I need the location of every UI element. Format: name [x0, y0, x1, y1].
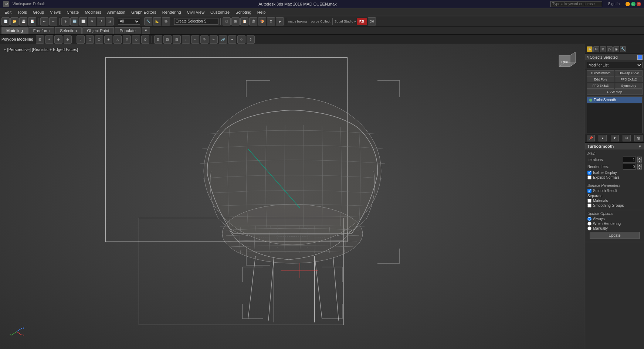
rp-modifier-btn[interactable]: ⚙ [593, 46, 599, 52]
symmetry-btn[interactable]: Symmetry [615, 83, 643, 89]
minimize-button[interactable]: − [626, 2, 630, 6]
undo-button[interactable]: ↩ [40, 17, 48, 25]
pin-stack-btn[interactable]: 📌 [587, 135, 595, 141]
open-button[interactable]: 📂 [10, 17, 18, 25]
schematic-view-button[interactable]: 🕸 [249, 17, 257, 25]
sub-tb-6[interactable]: △ [113, 35, 122, 44]
search-input[interactable] [550, 1, 602, 7]
select-region-button[interactable]: ⬜ [79, 17, 87, 25]
ts-explicit-normals-checkbox[interactable] [587, 175, 592, 179]
sub-tb-7[interactable]: ▽ [123, 35, 131, 44]
menu-help[interactable]: Help [254, 9, 269, 15]
sign-in-label[interactable]: Sign In [608, 2, 620, 6]
rotate-button[interactable]: ↺ [97, 17, 105, 25]
tab-modeling[interactable]: Modeling [1, 27, 28, 34]
modifier-list-dropdown[interactable]: Modifier List [587, 62, 643, 68]
sub-tb-btn-4[interactable]: ⊕ [64, 35, 72, 44]
rp-display-btn[interactable]: ◉ [613, 46, 619, 52]
sub-tb-19[interactable]: ⊹ [237, 35, 245, 44]
sub-tb-5[interactable]: ◈ [104, 35, 112, 44]
menu-modifiers[interactable]: Modifiers [82, 9, 104, 15]
sub-tb-18[interactable]: ✦ [228, 35, 236, 44]
ts-isoline-checkbox[interactable] [587, 171, 592, 175]
sub-tb-9[interactable]: ⊙ [141, 35, 149, 44]
object-color-swatch[interactable] [637, 55, 643, 60]
select-object-button[interactable]: 🖱 [61, 17, 70, 25]
ts-materials-checkbox[interactable] [587, 199, 592, 203]
sub-tb-10[interactable]: ⊞ [154, 35, 162, 44]
percent-snap-button[interactable]: % [162, 17, 170, 25]
sub-tb-16[interactable]: ✂ [210, 35, 218, 44]
menu-civil-view[interactable]: Civil View [184, 9, 207, 15]
stack-item-turbosmoothmod[interactable]: TurboSmooth [587, 97, 642, 103]
menu-graph-editors[interactable]: Graph Editors [128, 9, 159, 15]
ts-manually-radio[interactable] [587, 226, 592, 230]
rp-utility-btn[interactable]: 🔧 [620, 46, 626, 52]
turbosmoothmod-collapse-btn[interactable]: ▼ [638, 144, 642, 148]
view-dropdown[interactable]: All [118, 18, 140, 25]
stack-configure-btn[interactable]: ⚙ [623, 135, 631, 141]
menu-scripting[interactable]: Scripting [233, 9, 254, 15]
sub-tb-box-btn[interactable]: □ [86, 35, 94, 44]
new-scene-button[interactable]: 📄 [1, 17, 10, 25]
render-setup-button[interactable]: ⚙ [267, 17, 275, 25]
tab-object-paint[interactable]: Object Paint [82, 27, 114, 34]
layer-manager-button[interactable]: 📋 [240, 17, 248, 25]
ts-smoothing-groups-checkbox[interactable] [587, 203, 592, 208]
ts-iterations-up[interactable]: ▲ [637, 157, 642, 160]
sub-tb-btn-3[interactable]: ⊗ [54, 35, 62, 44]
rp-hierarchy-btn[interactable]: ⊠ [600, 46, 606, 52]
sub-tb-20[interactable]: ? [247, 35, 255, 44]
save-button[interactable]: 💾 [19, 17, 27, 25]
align-button[interactable]: ⊞ [231, 17, 240, 25]
ts-render-iters-input[interactable] [623, 164, 636, 170]
selection-filter-input[interactable] [174, 18, 218, 25]
scale-button[interactable]: ⇲ [106, 17, 114, 25]
sub-tb-sphere-btn[interactable]: ○ [77, 35, 85, 44]
angle-snap-button[interactable]: 📐 [153, 17, 161, 25]
move-button[interactable]: ✥ [88, 17, 96, 25]
extra-button[interactable]: Q6 [368, 17, 376, 25]
menu-edit[interactable]: Edit [1, 9, 14, 15]
select-by-name-button[interactable]: 🔤 [70, 17, 78, 25]
uvwmap-btn[interactable]: UVW Map [587, 89, 643, 95]
ts-render-iters-up[interactable]: ▲ [637, 164, 642, 167]
ts-update-button[interactable]: Update [590, 232, 640, 239]
turbosmoothmod-btn[interactable]: TurboSmooth [587, 70, 614, 76]
sub-tb-8[interactable]: ◇ [132, 35, 140, 44]
editpoly-btn[interactable]: Edit Poly [587, 76, 614, 82]
save-as-button[interactable]: 📑 [28, 17, 36, 25]
tab-options-button[interactable]: ▾ [142, 27, 150, 34]
close-button[interactable]: × [637, 2, 641, 6]
unwrapuvw-btn[interactable]: Unwrap UVW [615, 70, 643, 76]
ts-iterations-input[interactable] [623, 157, 636, 162]
viewport-cube[interactable]: Front [555, 52, 577, 74]
sub-tb-15[interactable]: ⟳ [200, 35, 209, 44]
sub-tb-poly-btn[interactable]: ⬡ [95, 35, 103, 44]
ts-when-rendering-radio[interactable] [587, 222, 592, 226]
ts-always-radio[interactable] [587, 217, 592, 221]
menu-group[interactable]: Group [30, 9, 47, 15]
sub-tb-12[interactable]: ⊟ [173, 35, 181, 44]
viewport[interactable]: + [Perspective] [Realistic + Edged Faces… [0, 44, 585, 349]
menu-tools[interactable]: Tools [14, 9, 30, 15]
tab-freeform[interactable]: Freeform [28, 27, 55, 34]
menu-animation[interactable]: Animation [104, 9, 128, 15]
redo-button[interactable]: ↪ [49, 17, 57, 25]
sub-tb-btn-1[interactable]: ⊞ [36, 35, 44, 44]
mirror-button[interactable]: ⬡ [223, 17, 231, 25]
stack-nav-down-btn[interactable]: ▼ [611, 135, 619, 141]
tab-selection[interactable]: Selection [55, 27, 81, 34]
sub-tb-14[interactable]: ↔ [191, 35, 199, 44]
ts-iterations-down[interactable]: ▼ [637, 160, 642, 162]
ts-smooth-result-checkbox[interactable] [587, 189, 592, 193]
sub-tb-11[interactable]: ⊡ [163, 35, 172, 44]
stack-delete-btn[interactable]: 🗑 [634, 135, 643, 141]
sub-tb-17[interactable]: 🔗 [219, 35, 227, 44]
render-button[interactable]: ▶ [276, 17, 284, 25]
sub-tb-13[interactable]: ↕ [182, 35, 190, 44]
menu-rendering[interactable]: Rendering [159, 9, 184, 15]
maximize-button[interactable]: □ [631, 2, 635, 6]
ffd3x3x3-btn[interactable]: FFD 3x3x3 [587, 83, 614, 89]
rp-color-btn[interactable]: ◆ [587, 46, 593, 52]
